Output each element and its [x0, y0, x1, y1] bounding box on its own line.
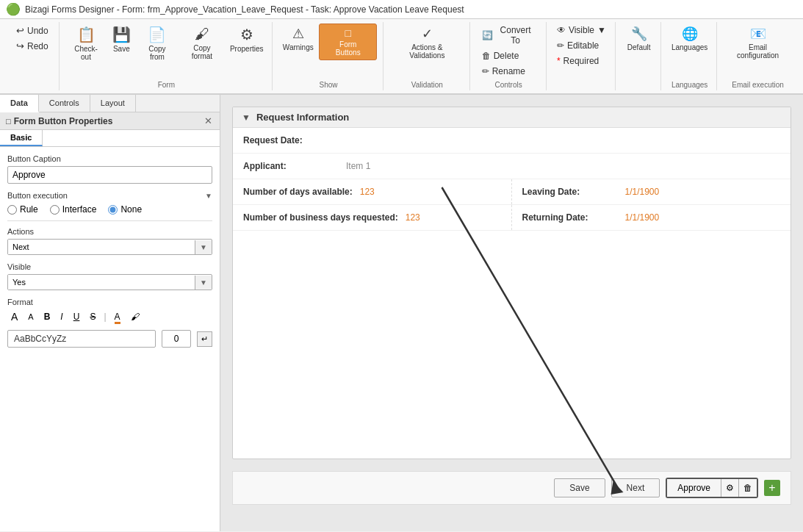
delete-button[interactable]: 🗑 Delete — [478, 49, 540, 62]
button-caption-label: Button Caption — [7, 154, 212, 163]
font-size-input[interactable] — [162, 330, 191, 348]
copy-from-button[interactable]: 📄 Copy from — [137, 24, 176, 63]
days-available-label: Number of days available: — [243, 187, 353, 197]
properties-icon: ⚙ — [240, 26, 253, 43]
radio-interface-input[interactable] — [50, 205, 60, 215]
app-icon: 🟢 — [6, 2, 21, 16]
copy-from-icon: 📄 — [148, 26, 166, 43]
actions-select-row: Next ▼ — [7, 239, 212, 255]
checkout-icon: 📋 — [77, 26, 96, 43]
returning-date-label: Returning Date: — [522, 212, 618, 223]
highlight-button[interactable]: 🖌 — [127, 310, 143, 323]
visible-prop-label: Visible — [7, 262, 212, 271]
checkout-button[interactable]: 📋 Check-out — [67, 24, 106, 63]
font-size-small-button[interactable]: A — [24, 311, 37, 323]
execution-radio-group: Rule Interface None — [7, 204, 212, 215]
radio-interface[interactable]: Interface — [50, 204, 97, 215]
props-close-button[interactable]: ✕ — [203, 115, 214, 126]
languages-icon: 🌐 — [682, 26, 698, 42]
visible-button[interactable]: 👁 Visible ▼ — [552, 24, 611, 37]
redo-icon: ↪ — [16, 40, 24, 51]
props-panel: □ Form Button Properties ✕ Basic Button … — [0, 112, 220, 531]
section-header: ▼ Request Information — [233, 107, 791, 128]
visible-arrow[interactable]: ▼ — [195, 276, 212, 290]
radio-rule[interactable]: Rule — [7, 204, 38, 215]
approve-form-button[interactable]: Approve — [667, 479, 721, 497]
save-button[interactable]: 💾 Save — [108, 24, 134, 55]
radio-none[interactable]: None — [108, 204, 142, 215]
languages-button[interactable]: 🌐 Languages — [668, 24, 712, 54]
form-buttons-icon: □ — [345, 27, 350, 39]
bold-button[interactable]: B — [40, 310, 54, 323]
sub-tab-basic[interactable]: Basic — [0, 130, 43, 146]
redo-button[interactable]: ↪ Redo — [12, 39, 53, 53]
rename-button[interactable]: ✏ Rename — [478, 65, 540, 78]
approve-button-group: Approve ⚙ 🗑 — [666, 478, 758, 498]
undo-button[interactable]: ↩ Undo — [12, 24, 53, 37]
required-icon: * — [557, 56, 561, 66]
main-layout: Data Controls Layout □ Form Button Prope… — [0, 95, 803, 531]
underline-button[interactable]: U — [70, 310, 84, 323]
leaving-date-value: 1/1/1900 — [625, 187, 660, 197]
font-size-large-button[interactable]: A — [7, 309, 21, 324]
applicant-value: Item 1 — [346, 161, 370, 171]
panel-tabs: Data Controls Layout — [0, 95, 220, 112]
strikethrough-button[interactable]: S — [86, 310, 99, 323]
email-group: 📧 Email configuration Email execution — [719, 22, 797, 90]
undo-icon: ↩ — [16, 25, 24, 36]
actions-select[interactable]: Next — [8, 240, 195, 254]
tab-layout[interactable]: Layout — [90, 95, 136, 112]
save-form-button[interactable]: Save — [554, 478, 605, 497]
props-sub-tabs: Basic — [0, 130, 220, 147]
font-preview: AaBbCcYyZz — [7, 330, 156, 348]
preview-row: AaBbCcYyZz ↵ — [7, 330, 212, 348]
add-button-button[interactable]: + — [764, 480, 780, 496]
title-text: Bizagi Forms Designer - Form: frm_Approv… — [25, 4, 464, 15]
email-icon: 📧 — [750, 26, 766, 42]
properties-button[interactable]: ⚙ Properties — [227, 24, 266, 55]
section-collapse-icon[interactable]: ▼ — [242, 112, 251, 123]
default-group: 🔧 Default — [617, 22, 661, 90]
form-canvas: ▼ Request Information Request Date: Appl… — [232, 107, 791, 459]
visible-select[interactable]: Yes — [8, 275, 195, 290]
actions-arrow[interactable]: ▼ — [195, 240, 212, 254]
radio-rule-input[interactable] — [7, 205, 17, 215]
approve-settings-button[interactable]: ⚙ — [721, 479, 738, 497]
table-row: Applicant: Item 1 — [233, 154, 791, 179]
execution-arrow: ▼ — [205, 192, 212, 200]
editable-icon: ✏ — [557, 40, 564, 51]
tab-controls[interactable]: Controls — [39, 95, 90, 112]
email-config-button[interactable]: 📧 Email configuration — [724, 24, 791, 62]
form-buttons-button[interactable]: □ Form Buttons — [319, 24, 376, 60]
table-row: Request Date: — [233, 128, 791, 154]
left-panel: Data Controls Layout □ Form Button Prope… — [0, 95, 220, 531]
font-color-button[interactable]: A — [111, 310, 124, 323]
warnings-button[interactable]: ⚠ Warnings — [280, 24, 316, 54]
default-button[interactable]: 🔧 Default — [624, 24, 655, 54]
next-form-button[interactable]: Next — [611, 478, 660, 497]
props-icon: □ — [6, 117, 11, 126]
table-row: Number of days available: 123 Leaving Da… — [233, 179, 791, 205]
delete-icon: 🗑 — [482, 51, 491, 61]
form-area: ▼ Request Information Request Date: Appl… — [220, 107, 803, 505]
tab-data[interactable]: Data — [0, 95, 39, 112]
convert-icon: 🔄 — [482, 30, 493, 40]
format-label: Format — [7, 298, 212, 306]
required-button[interactable]: * Required — [552, 54, 611, 68]
approve-delete-button[interactable]: 🗑 — [738, 479, 757, 497]
button-caption-input[interactable] — [7, 166, 212, 184]
italic-button[interactable]: I — [57, 310, 66, 323]
save-icon: 💾 — [112, 26, 131, 43]
radio-none-input[interactable] — [108, 205, 118, 215]
days-available-value: 123 — [360, 187, 375, 197]
font-confirm-button[interactable]: ↵ — [197, 331, 212, 347]
form-buttons-bar: Save Next Approve ⚙ 🗑 + — [232, 471, 791, 505]
editable-button[interactable]: ✏ Editable — [552, 39, 611, 52]
button-execution-label: Button execution — [7, 191, 68, 200]
actions-icon: ✓ — [422, 26, 433, 42]
convert-to-button[interactable]: 🔄 Convert To — [478, 24, 540, 47]
default-icon: 🔧 — [631, 26, 647, 42]
actions-validations-button[interactable]: ✓ Actions & Validations — [391, 24, 464, 62]
validation-group: ✓ Actions & Validations Validation — [385, 22, 470, 90]
copy-format-button[interactable]: 🖌 Copy format — [179, 24, 224, 62]
